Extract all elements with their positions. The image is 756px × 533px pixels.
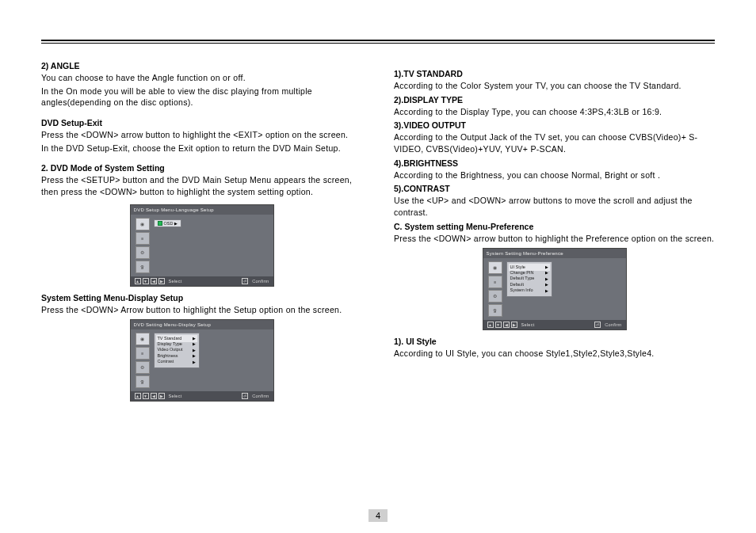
list-item-label: System Info [510, 287, 533, 293]
screenshot-preference: System Setting Menu-Preference ◉ ≡ ⚙ 🗑 U… [483, 248, 627, 330]
trash-icon: 🗑 [136, 261, 150, 273]
list-item: Default▶ [510, 282, 548, 287]
display-type-heading: 2).DISPLAY TYPE [394, 95, 715, 105]
video-output-para: According to the Output Jack of the TV s… [394, 131, 715, 154]
list-item-label: Default Type [510, 276, 535, 281]
osd-chip: OSD ▶ [154, 219, 182, 227]
display-setup-heading: System Setting Menu-Display Setup [41, 293, 362, 303]
enter-icon: ⏎ [242, 393, 248, 399]
chevron-right-icon: ▶ [193, 360, 196, 365]
bars-icon: ≡ [136, 232, 150, 245]
chevron-right-icon: ▶ [174, 221, 178, 226]
chevron-right-icon: ▶ [545, 288, 548, 294]
trash-icon: 🗑 [488, 304, 502, 317]
osd-label: OSD [164, 221, 174, 226]
gear-icon: ⚙ [136, 246, 150, 259]
list-item: Contrast▶ [158, 359, 196, 364]
footer-select-label: Select [169, 279, 182, 284]
ui-style-heading: 1). UI Style [394, 337, 715, 346]
preference-para: Press the <DOWN> arrow button to highlig… [394, 233, 715, 245]
chevron-right-icon: ▶ [193, 348, 196, 353]
list-item-label: Video Output [158, 347, 183, 352]
screenshot-title-bar: System Setting Menu-Preference [483, 249, 626, 258]
screenshot-left-rail: ◉ ≡ ⚙ 🗑 [136, 218, 150, 273]
screenshot-body: ◉ ≡ ⚙ 🗑 UI Style▶ Change PIN▶ Default Ty… [483, 258, 626, 320]
list-item: Brightness▶ [158, 353, 196, 359]
dvd-mode-heading: 2. DVD Mode of System Setting [41, 163, 362, 173]
angle-para-1: You can choose to have the Angle functio… [41, 72, 362, 84]
list-item-label: Contrast [158, 359, 174, 364]
list-item: Default Type▶ [510, 276, 548, 281]
screenshot-display-setup: DVD Setting Menu-Display Setup ◉ ≡ ⚙ 🗑 T… [130, 319, 274, 402]
arrow-up-icon: ▲ [487, 322, 494, 328]
screenshot-title-bar: DVD Setup Menu-Language Setup [131, 205, 273, 215]
dvd-setup-exit-heading: DVD Setup-Exit [41, 118, 362, 128]
arrow-right-icon: ▶ [158, 393, 165, 399]
ui-style-para: According to UI Style, you can choose St… [394, 348, 715, 360]
arrow-right-icon: ▶ [158, 278, 165, 284]
arrow-down-icon: ▼ [143, 278, 149, 284]
brightness-heading: 4).BRIGHTNESS [394, 158, 715, 168]
screenshot-footer: ▲ ▼ ◀ ▶ Select ⏎ Confirm [131, 276, 273, 286]
display-setup-para: Press the <DOWN> Arrow button to highlig… [41, 304, 362, 316]
preference-heading: C. System setting Menu-Preference [394, 222, 715, 231]
chevron-right-icon: ▶ [193, 336, 196, 341]
tv-standard-para: According to the Color System your TV, y… [394, 80, 715, 92]
right-column: 1).TV STANDARD According to the Color Sy… [394, 58, 715, 408]
screenshot-body: ◉ ≡ ⚙ 🗑 OSD ▶ [131, 215, 273, 276]
list-item-label: UI Style [510, 265, 525, 270]
list-item: Change PIN▶ [510, 270, 548, 276]
arrow-left-icon: ◀ [503, 322, 510, 328]
arrow-up-icon: ▲ [135, 278, 141, 284]
panel-wrap: OSD ▶ [154, 218, 182, 227]
chevron-right-icon: ▶ [545, 270, 548, 276]
display-setup-panel: TV Standard▶ Display Type▶ Video Output▶… [154, 333, 200, 368]
globe-icon: ◉ [136, 218, 150, 230]
chevron-right-icon: ▶ [545, 265, 548, 270]
globe-icon: ◉ [488, 261, 502, 274]
contrast-heading: 5).CONTRAST [394, 184, 715, 193]
list-item-label: Change PIN [510, 270, 534, 276]
globe-icon: ◉ [136, 333, 150, 345]
footer-confirm-label: Confirm [252, 394, 269, 398]
footer-select-label: Select [169, 394, 182, 398]
contrast-para: Use the <UP> and <DOWN> arrow buttons to… [394, 195, 715, 218]
list-item-label: TV Standard [158, 336, 182, 341]
page-rule [41, 40, 715, 44]
list-item-label: Brightness [158, 353, 178, 359]
chevron-right-icon: ▶ [193, 341, 196, 347]
enter-icon: ⏎ [594, 322, 601, 328]
arrow-left-icon: ◀ [151, 393, 157, 399]
list-item-label: Display Type [158, 341, 182, 347]
screenshot-left-rail: ◉ ≡ ⚙ 🗑 [136, 333, 150, 388]
arrow-right-icon: ▶ [511, 322, 517, 328]
enter-icon: ⏎ [242, 278, 248, 284]
bars-icon: ≡ [488, 276, 502, 288]
angle-heading: 2) ANGLE [41, 61, 362, 70]
screenshot-footer: ▲ ▼ ◀ ▶ Select ⏎ Confirm [131, 391, 273, 401]
gear-icon: ⚙ [136, 361, 150, 374]
footer-confirm-label: Confirm [252, 279, 269, 284]
screenshot-left-rail: ◉ ≡ ⚙ 🗑 [488, 261, 502, 317]
two-column-layout: 2) ANGLE You can choose to have the Angl… [41, 58, 715, 408]
preference-panel: UI Style▶ Change PIN▶ Default Type▶ Defa… [506, 261, 552, 297]
arrow-up-icon: ▲ [135, 393, 141, 399]
angle-para-2: In the On mode you will be able to view … [41, 86, 362, 109]
left-column: 2) ANGLE You can choose to have the Angl… [41, 58, 362, 408]
trash-icon: 🗑 [136, 375, 150, 388]
list-item: Video Output▶ [158, 347, 196, 352]
page-number-label: 4 [368, 509, 388, 522]
gear-icon: ⚙ [488, 290, 502, 303]
dvd-setup-exit-para-1: Press the <DOWN> arrow button to highlig… [41, 129, 362, 141]
check-icon [158, 221, 162, 226]
page-number: 4 [0, 509, 756, 522]
video-output-heading: 3).VIDEO OUTPUT [394, 120, 715, 130]
dvd-mode-para: Press the <SETUP> button and the DVD Mai… [41, 174, 362, 197]
list-item: Display Type▶ [158, 341, 196, 347]
screenshot-language-setup: DVD Setup Menu-Language Setup ◉ ≡ ⚙ 🗑 OS… [130, 204, 274, 287]
arrow-down-icon: ▼ [143, 393, 149, 399]
bars-icon: ≡ [136, 347, 150, 360]
list-item: System Info▶ [510, 287, 548, 293]
list-item-label: Default [510, 282, 524, 287]
dvd-setup-exit-para-2: In the DVD Setup-Exit, choose the Exit o… [41, 143, 362, 154]
